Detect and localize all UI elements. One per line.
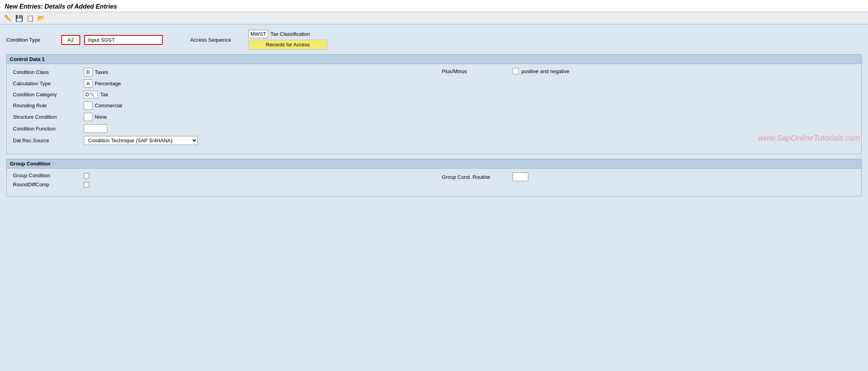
access-seq-code-input[interactable] [248,30,268,38]
access-sequence-group: Tax Classification Records for Access [248,30,327,50]
rounding-rule-code[interactable] [84,101,92,110]
group-condition-checkbox-group [84,173,89,178]
group-left-col: Group Condition RoundDiffComp [13,173,426,191]
dat-rec-source-label: Dat.Rec.Source [13,138,84,143]
group-condition-row: Group Condition [13,173,426,178]
round-diff-comp-checkbox-group [84,182,89,187]
group-condition-label: Group Condition [13,173,84,178]
plus-minus-text: positive and negative [521,68,569,74]
condition-type-description[interactable] [84,35,163,45]
access-sequence-row: Tax Classification [248,30,310,38]
condition-type-row: Condition Type Access Sequence Tax Class… [6,30,862,50]
open-icon[interactable]: 📂 [37,14,46,22]
condition-class-text: Taxes [95,69,108,75]
calculation-type-value: A Percentage [84,79,121,88]
group-condition-section: Group Condition Group Condition [6,159,862,197]
access-sequence-label: Access Sequence [190,37,245,43]
condition-type-code[interactable] [61,35,80,45]
condition-category-row: Condition Category D 🔍 Tax [13,91,426,98]
condition-category-code-text: D [85,92,89,97]
group-condition-checkbox[interactable] [84,173,89,178]
rounding-rule-label: Rounding Rule [13,103,84,108]
structure-condition-text: None [95,114,107,120]
condition-class-row: Condition Class D Taxes [13,68,426,76]
round-diff-comp-label: RoundDiffComp [13,182,84,187]
edit-icon[interactable]: ✏️ [4,14,13,22]
plus-minus-label: Plus/Minus [442,68,513,74]
dat-rec-source-value: Condition Technique (SAP S/4HANA) [84,136,198,145]
structure-condition-row: Structure Condition None [13,113,426,121]
access-seq-description: Tax Classification [270,31,310,37]
group-cond-routine-row: Group Cond. Routine [442,173,855,181]
control-data-1-header: Control Data 1 [6,54,862,64]
condition-type-label: Condition Type [6,37,57,43]
dat-rec-source-dropdown-wrapper: Condition Technique (SAP S/4HANA) [84,136,198,145]
condition-category-label: Condition Category [13,92,84,97]
search-icon[interactable]: 🔍 [89,92,95,97]
save-icon[interactable]: 💾 [15,14,24,22]
page-wrapper: New Entries: Details of Added Entries ✏️… [0,0,868,371]
condition-category-code[interactable]: D 🔍 [84,91,98,98]
condition-category-value: D 🔍 Tax [84,91,108,98]
control-data-1-body: Condition Class D Taxes Calculation Type… [6,64,862,154]
calculation-type-code[interactable]: A [84,79,92,88]
dat-rec-source-row: Dat.Rec.Source Condition Technique (SAP … [13,136,426,145]
dat-rec-source-select[interactable]: Condition Technique (SAP S/4HANA) [84,136,198,145]
records-for-access-button[interactable]: Records for Access [248,40,327,50]
condition-function-row: Condition Function [13,124,426,133]
plus-minus-checkbox[interactable] [513,68,519,74]
condition-function-input[interactable] [84,124,107,133]
copy-icon[interactable]: 📋 [26,14,35,22]
control-data-1-section: Control Data 1 Condition Class D Taxes [6,54,862,154]
plus-minus-value: positive and negative [513,68,569,74]
calculation-type-label: Calculation Type [13,81,84,86]
condition-class-code[interactable]: D [84,68,92,76]
main-content: Condition Type Access Sequence Tax Class… [0,24,868,207]
round-diff-comp-checkbox[interactable] [84,182,89,187]
rounding-rule-text: Commercial [95,103,122,108]
group-condition-header: Group Condition [6,159,862,169]
control-data-fields: Condition Class D Taxes Calculation Type… [13,68,855,148]
toolbar: ✏️ 💾 📋 📂 [0,12,868,24]
condition-function-value [84,124,107,133]
structure-condition-code[interactable] [84,113,92,121]
condition-category-text: Tax [100,92,108,97]
group-cond-routine-value [513,173,528,181]
condition-class-value: D Taxes [84,68,108,76]
condition-class-label: Condition Class [13,69,84,75]
page-title: New Entries: Details of Added Entries [5,3,863,10]
group-cond-routine-box[interactable] [513,173,528,181]
plus-minus-row: Plus/Minus positive and negative [442,68,855,74]
structure-condition-value: None [84,113,107,121]
condition-function-label: Condition Function [13,126,84,132]
access-sequence-section: Access Sequence Tax Classification Recor… [190,30,862,50]
rounding-rule-row: Rounding Rule Commercial [13,101,426,110]
group-cond-routine-label: Group Cond. Routine [442,174,513,180]
group-condition-body: Group Condition RoundDiffComp [6,169,862,197]
group-right-col: Group Cond. Routine [426,173,855,191]
rounding-rule-value: Commercial [84,101,122,110]
group-condition-fields: Group Condition RoundDiffComp [13,173,855,191]
calculation-type-text: Percentage [95,81,121,86]
round-diff-comp-row: RoundDiffComp [13,182,426,187]
right-column: Plus/Minus positive and negative [426,68,855,148]
structure-condition-label: Structure Condition [13,114,84,120]
left-column: Condition Class D Taxes Calculation Type… [13,68,426,148]
calculation-type-row: Calculation Type A Percentage [13,79,426,88]
title-bar: New Entries: Details of Added Entries [0,0,868,12]
